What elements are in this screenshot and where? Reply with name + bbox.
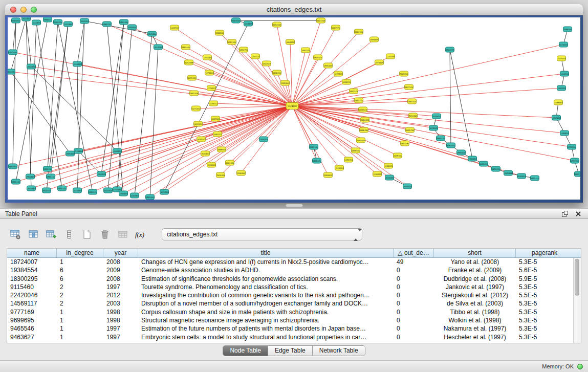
graph-node[interactable]: 2252064 xyxy=(64,21,73,27)
tab-network-table[interactable]: Network Table xyxy=(313,346,365,356)
graph-node[interactable]: 1904615 xyxy=(324,172,333,178)
graph-node[interactable]: 1461224 xyxy=(251,54,260,59)
graph-node[interactable]: 1271512 xyxy=(192,106,201,111)
graph-node[interactable]: 7485084 xyxy=(400,71,408,76)
graph-node[interactable]: 1905145 xyxy=(43,166,52,171)
graph-node[interactable]: 2526064 xyxy=(74,148,83,154)
scrollbar-thumb[interactable] xyxy=(575,259,579,296)
graph-node[interactable]: 1217975 xyxy=(332,25,340,30)
graph-node[interactable]: 2102654 xyxy=(128,25,137,30)
graph-node[interactable]: 1791345 xyxy=(228,39,236,45)
graph-node[interactable]: 1905414 xyxy=(26,174,35,179)
graph-node[interactable]: 6791975 xyxy=(447,143,455,148)
table-row[interactable]: 969969511998Structural magnetic resonanc… xyxy=(7,316,573,324)
graph-node[interactable]: 1273144 xyxy=(205,70,214,75)
graph-node[interactable]: 1815654 xyxy=(432,114,441,119)
column-header-title[interactable]: title xyxy=(138,249,394,257)
graph-node[interactable]: 1625404 xyxy=(160,189,169,194)
graph-node[interactable]: 1534945 xyxy=(73,61,82,67)
zoom-window-button[interactable] xyxy=(31,7,37,13)
graph-node[interactable]: 1857495 xyxy=(401,141,409,146)
graph-node[interactable]: 1955824 xyxy=(314,55,322,60)
graph-node[interactable]: 3067121 xyxy=(211,116,220,121)
graph-node[interactable]: 1915404 xyxy=(120,19,128,25)
table-source-select[interactable]: citations_edges.txt xyxy=(162,228,362,240)
table-row[interactable]: 1938455462009Genome-wide association stu… xyxy=(7,266,573,274)
graph-node[interactable]: 1625405 xyxy=(385,175,394,180)
graph-node[interactable]: 1504934 xyxy=(357,138,365,143)
graph-node[interactable]: 1896494 xyxy=(360,127,368,133)
graph-node[interactable]: 1881316 xyxy=(190,91,199,96)
graph-node[interactable]: 1495754 xyxy=(344,157,353,162)
graph-node[interactable]: 1905144 xyxy=(12,179,20,184)
column-header-pagerank[interactable]: pagerank xyxy=(516,249,573,257)
close-window-button[interactable] xyxy=(10,7,16,13)
table-row[interactable]: 1830029562008Estimation of significance … xyxy=(7,275,573,283)
graph-node[interactable]: 2051205 xyxy=(8,69,15,74)
graph-node[interactable]: 1861412 xyxy=(213,132,222,137)
graph-node[interactable]: 1905415 xyxy=(58,186,67,191)
column-header-short[interactable]: short xyxy=(434,249,516,257)
close-panel-icon[interactable] xyxy=(574,210,583,218)
minimize-window-button[interactable] xyxy=(20,7,27,13)
graph-node[interactable]: 1625304 xyxy=(73,188,82,193)
table-options-button[interactable] xyxy=(8,227,23,242)
edit-columns-button[interactable] xyxy=(44,227,58,242)
graph-node[interactable]: 1530712 xyxy=(209,101,218,106)
graph-node[interactable]: 1625414 xyxy=(531,176,539,181)
graph-node[interactable]: 1913254 xyxy=(154,45,163,50)
graph-node[interactable]: 1677193 xyxy=(575,171,581,177)
graph-node[interactable]: 7625441 xyxy=(201,151,210,156)
splitter-grip-icon[interactable] xyxy=(286,204,303,207)
graph-node[interactable]: 1905415 xyxy=(457,150,466,155)
graph-node[interactable]: 1914254 xyxy=(42,188,51,193)
table-row[interactable]: 911546021997Tourette syndrome. Phenomeno… xyxy=(7,283,573,291)
graph-node[interactable]: 1905455 xyxy=(557,85,566,91)
column-header-name[interactable]: name xyxy=(7,249,57,257)
graph-node[interactable]: 1981375 xyxy=(301,48,310,53)
graph-node[interactable]: 2254384 xyxy=(355,29,363,34)
column-header-out_degree[interactable]: △ out_de… xyxy=(394,249,434,257)
graph-node[interactable]: 1616253 xyxy=(273,70,281,75)
graph-node[interactable]: 1752064 xyxy=(9,50,17,55)
graph-node[interactable]: 1011540 xyxy=(317,18,325,23)
graph-node[interactable]: 1125942 xyxy=(170,25,179,30)
graph-node[interactable]: 1461205 xyxy=(203,55,212,60)
tab-node-table[interactable]: Node Table xyxy=(223,346,268,356)
column-header-in_degree[interactable]: in_degree xyxy=(57,249,103,257)
graph-node[interactable]: 1453455 xyxy=(259,137,268,142)
graph-node[interactable]: 1953125 xyxy=(97,171,106,177)
graph-node[interactable]: 1067425 xyxy=(408,99,417,104)
graph-node[interactable]: 8163044 xyxy=(232,18,241,23)
graph-node[interactable]: 1905145 xyxy=(47,174,55,179)
graph-node[interactable]: 1935433 xyxy=(324,63,333,68)
graph-node[interactable]: 1754203 xyxy=(54,19,62,25)
graph-node[interactable]: 2200588 xyxy=(215,30,224,35)
network-canvas[interactable]: 1863043205105418120741906542175420322520… xyxy=(8,17,580,200)
graph-node[interactable]: 1082165 xyxy=(552,115,561,120)
graph-node[interactable]: 1854793 xyxy=(239,47,248,52)
graph-node[interactable]: 1863043 xyxy=(12,18,20,23)
delete-button[interactable] xyxy=(98,227,112,242)
graph-node[interactable]: 1275122 xyxy=(207,85,216,91)
graph-node[interactable]: 2152044 xyxy=(104,188,113,193)
table-row[interactable]: 946362711997Embryonic stem cells: a mode… xyxy=(7,333,573,341)
table-row[interactable]: 946554611997Estimation of the future num… xyxy=(7,324,573,333)
graph-node[interactable]: 1280455 xyxy=(373,171,382,177)
table-row[interactable]: 1456911722003Disruption of a novel membe… xyxy=(7,299,573,308)
graph-node[interactable]: 2015064 xyxy=(27,186,36,191)
graph-node[interactable]: 9154465 xyxy=(409,113,418,118)
graph-node[interactable]: 1599184 xyxy=(563,27,572,32)
graph-node[interactable]: 1599384 xyxy=(554,100,563,105)
graph-node[interactable]: 1905423 xyxy=(403,184,412,189)
graph-node[interactable]: 2204425 xyxy=(361,117,369,122)
graph-node[interactable]: 2051054 xyxy=(22,17,31,21)
graph-node[interactable]: 2145064 xyxy=(148,31,157,36)
graph-node[interactable]: 1832054 xyxy=(9,164,17,169)
graph-node[interactable]: 1242009 xyxy=(185,60,193,65)
graph-node[interactable]: 1944879 xyxy=(446,47,454,52)
graph-node[interactable]: 1905436 xyxy=(504,170,513,176)
graph-node[interactable]: 1104654 xyxy=(560,130,569,136)
graph-node[interactable]: 1254064 xyxy=(130,193,139,198)
graph-node[interactable]: 1607425 xyxy=(355,98,363,103)
